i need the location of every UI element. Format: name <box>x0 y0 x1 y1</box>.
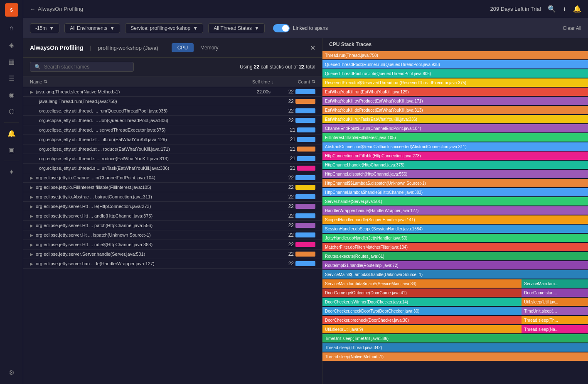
sidebar-item-rum[interactable]: ◉ <box>4 87 19 102</box>
flame-bar[interactable]: ServiceMain$$Lambda$.handle(Unknown Sour… <box>322 270 588 279</box>
expand-icon[interactable]: ▶ <box>30 262 33 266</box>
flame-bar[interactable]: QueuedThreadPool$Runner.run(QueuedThread… <box>322 60 588 68</box>
expand-icon[interactable]: ▶ <box>30 214 33 218</box>
clear-all-button[interactable]: Clear All <box>563 25 581 31</box>
flame-bar[interactable]: FillInterest.fillable(FillInterest.java:… <box>322 133 588 142</box>
flame-bar[interactable]: Routes.execute(Routes.java:61) <box>322 252 588 260</box>
table-row[interactable]: ▶ org.eclipse.jetty.server.Htt ... patch… <box>23 221 322 230</box>
flame-split-bar[interactable]: Thread.sleep(Na... <box>522 325 588 333</box>
expand-icon[interactable]: ▶ <box>30 195 33 199</box>
sidebar-item-dashboards[interactable]: ▣ <box>4 142 19 157</box>
expand-icon[interactable]: ▶ <box>30 223 33 228</box>
expand-icon[interactable]: ▶ <box>30 176 33 180</box>
sidebar-item-explore[interactable]: ✦ <box>4 164 19 179</box>
table-row[interactable]: org.eclipse.jetty.util.thread. ... Job(Q… <box>23 116 322 125</box>
flame-bar[interactable]: Thread.run(Thread.java:750) <box>322 51 588 59</box>
table-header: Name ⇅ Self time ↓ Count ⇅ <box>23 76 322 87</box>
table-row[interactable]: org.eclipse.jetty.util.thread. ... serve… <box>23 125 322 135</box>
table-row[interactable]: org.eclipse.jetty.util.thread.s ... rodu… <box>23 154 322 164</box>
flame-bar[interactable]: RouteImpl$1.handle(RouteImpl.java:72) <box>322 261 588 269</box>
table-row[interactable]: ▶ java.lang.Thread.sleep(Native Method:-… <box>23 87 322 97</box>
flame-bar[interactable]: HandlerWrapper.handle(HandlerWrapper.jav… <box>322 206 588 215</box>
flame-bar[interactable]: ServiceMain.lambda$main$(ServiceMain.jav… <box>322 279 522 288</box>
flame-bar[interactable]: DoorChecker.precheck(DoorChecker.java:36… <box>322 316 522 324</box>
flame-bar[interactable]: SessionHandler.doScope(SessionHandler.ja… <box>322 225 588 233</box>
table-row[interactable]: ▶ org.eclipse.jetty.io.Channe ... n(Chan… <box>23 173 322 183</box>
table-row[interactable]: ▶ org.eclipse.jetty.server.Htt ... ndle$… <box>23 240 322 249</box>
flame-bar[interactable]: HttpChannel$$Lambda$.dispatch(Unknown So… <box>322 179 588 187</box>
flame-bar[interactable]: HttpChannel.dispatch(HttpChannel.java:55… <box>322 170 588 178</box>
flame-bar[interactable]: AbstractConnection$ReadCallback.succeede… <box>322 142 588 151</box>
flame-bar[interactable]: DoorGame.getOutcome(DoorGame.java:41) <box>322 289 522 297</box>
search-icon[interactable]: 🔍 <box>548 5 556 13</box>
linked-spans-toggle[interactable] <box>273 24 290 32</box>
flame-split-bar[interactable]: DoorGame.start... <box>522 289 588 297</box>
notification-icon[interactable]: 🔔 <box>573 5 581 13</box>
sidebar-item-logs[interactable]: ☰ <box>4 71 19 86</box>
table-row[interactable]: java.lang.Thread.run(Thread.java:750) 22 <box>23 97 322 106</box>
tab-memory[interactable]: Memory <box>194 43 224 52</box>
back-button[interactable]: ← AlwaysOn Profiling <box>30 6 83 12</box>
sidebar-item-synth[interactable]: ⬡ <box>4 104 19 119</box>
col-name-header[interactable]: Name ⇅ <box>30 79 224 84</box>
flame-bar[interactable]: EatWhatYouKill.run(EatWhatYouKill.java:1… <box>322 88 588 96</box>
table-row[interactable]: ▶ org.eclipse.jetty.server.han ... le(Ha… <box>23 259 322 269</box>
expand-icon[interactable]: ▶ <box>30 252 33 257</box>
table-row[interactable]: org.eclipse.jetty.util.thread.st ... rod… <box>23 144 322 154</box>
col-count-header[interactable]: Count ⇅ <box>274 79 315 84</box>
flame-bar[interactable]: QueuedThreadPool.runJob(QueuedThreadPool… <box>322 69 588 78</box>
flame-bar[interactable]: ChannelEndPoint$1.run(ChannelEndPoint.ja… <box>322 124 588 132</box>
add-icon[interactable]: + <box>563 5 566 13</box>
table-row[interactable]: org.eclipse.jetty.util.thread.st ... ill… <box>23 135 322 144</box>
sidebar-item-infra[interactable]: ▦ <box>4 54 19 69</box>
splunk-logo[interactable]: S <box>5 3 18 17</box>
flame-split-bar[interactable]: Util.sleep(Util.jav... <box>522 298 588 306</box>
flame-bar[interactable]: DoorChecker.isWinner(DoorChecker.java:14… <box>322 298 522 306</box>
expand-icon[interactable]: ▶ <box>30 90 33 94</box>
flame-split-bar[interactable]: Thread.sleep(Th... <box>522 316 588 324</box>
table-row[interactable]: ▶ org.eclipse.jetty.server.Htt ... andle… <box>23 211 322 221</box>
table-row[interactable]: org.eclipse.jetty.util.thread. ... run(Q… <box>23 106 322 116</box>
tab-cpu[interactable]: CPU <box>172 43 194 52</box>
flame-bar[interactable]: MatcherFilter.doFilter(MatcherFilter.jav… <box>322 243 588 251</box>
table-row[interactable]: ▶ org.eclipse.jetty.server.Server.handle… <box>23 249 322 259</box>
table-row[interactable]: ▶ org.eclipse.jetty.server.Htt ... le(Ht… <box>23 202 322 211</box>
expand-icon[interactable]: ▶ <box>30 185 33 190</box>
row-count-cell: 22 <box>274 89 315 95</box>
expand-icon[interactable]: ▶ <box>30 204 33 209</box>
flame-split-bar[interactable]: ServiceMain.lam... <box>522 279 588 288</box>
flame-bar[interactable]: ScopedHandler.handle(ScopedHandler.java:… <box>322 215 588 224</box>
sidebar-item-settings[interactable]: ⚙ <box>4 365 19 380</box>
flame-bar[interactable]: Util.sleep(Util.java:9) <box>322 325 522 333</box>
service-filter[interactable]: Service: profiling-workshop ▼ <box>125 23 203 33</box>
col-selftime-header[interactable]: Self time ↓ <box>224 79 274 84</box>
flame-bar[interactable]: ReservedExecutor$ReservedThread.run(Rese… <box>322 78 588 87</box>
table-row[interactable]: ▶ org.eclipse.jetty.io.Abstrac ... bstra… <box>23 192 322 202</box>
sidebar-item-home[interactable]: ⌂ <box>4 21 19 36</box>
time-filter[interactable]: -15m ▼ <box>30 23 59 33</box>
flame-bar[interactable]: HttpConnection.onFillable(HttpConnection… <box>322 152 588 160</box>
flame-bar[interactable]: DoorChecker.checkDoorTwo(DoorChecker.jav… <box>322 307 522 315</box>
expand-icon[interactable]: ▶ <box>30 242 33 247</box>
flame-bar[interactable]: Thread.sleep(Thread.java:342) <box>322 343 588 352</box>
flame-bar[interactable]: Server.handle(Server.java:501) <box>322 197 588 205</box>
flame-bar[interactable]: Thread.sleep(Native Method:-1) <box>322 352 588 361</box>
expand-icon[interactable]: ▶ <box>30 233 33 237</box>
env-filter[interactable]: All Environments ▼ <box>64 23 120 33</box>
table-row[interactable]: org.eclipse.jetty.util.thread.s ... unTa… <box>23 164 322 173</box>
flame-bar[interactable]: HttpChannel.handle(HttpChannel.java:375) <box>322 161 588 169</box>
flame-bar[interactable]: EatWhatYouKill.doProduce(EatWhatYouKill.… <box>322 106 588 114</box>
sidebar-item-alerts[interactable]: 🔔 <box>4 126 19 141</box>
table-row[interactable]: ▶ org.eclipse.jetty.io.FillInterest.fill… <box>23 183 322 192</box>
table-row[interactable]: ▶ org.eclipse.jetty.server.Ht ... ispatc… <box>23 230 322 240</box>
search-input[interactable] <box>44 64 119 70</box>
sidebar-item-apm[interactable]: ◈ <box>4 37 19 52</box>
flame-split-bar[interactable]: TimeUnit.sleep(… <box>522 307 588 315</box>
flame-bar[interactable]: EatWhatYouKill.tryProduce(EatWhatYouKill… <box>322 97 588 105</box>
flame-bar[interactable]: HttpChannel.lambda$handle$(HttpChannel.j… <box>322 188 588 196</box>
flame-bar[interactable]: TimeUnit.sleep(TimeUnit.java:386) <box>322 334 588 342</box>
flame-bar[interactable]: JettyHandler.doHandle(JettyHandler.java:… <box>322 234 588 242</box>
flame-bar[interactable]: EatWhatYouKill.runTask(EatWhatYouKill.ja… <box>322 115 588 123</box>
thread-filter[interactable]: All Thread States ▼ <box>208 23 265 33</box>
close-button[interactable]: ✕ <box>310 44 315 52</box>
